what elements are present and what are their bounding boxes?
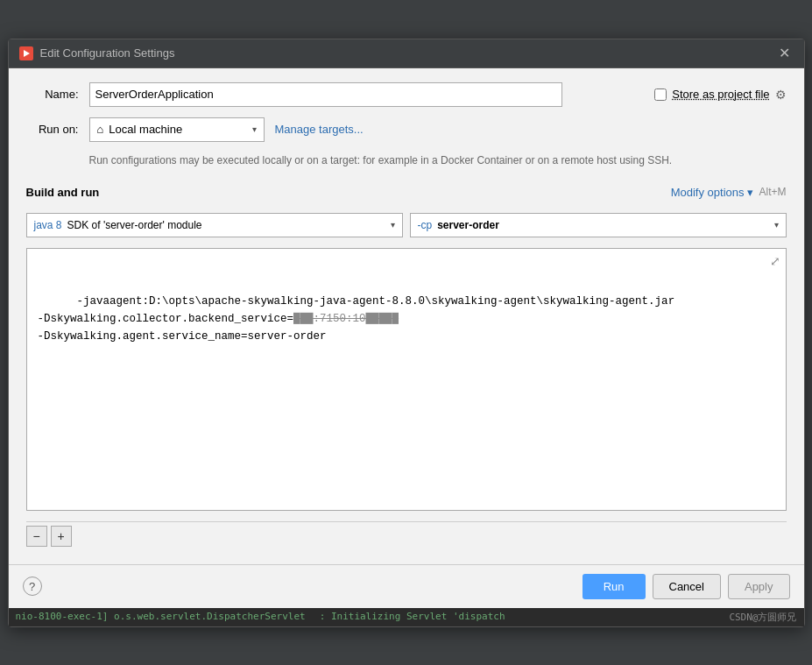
name-label: Name:: [26, 88, 79, 101]
cp-dropdown[interactable]: -cp server-order ▾: [410, 213, 787, 237]
sdk-dropdown-arrow: ▾: [391, 220, 395, 230]
run-button[interactable]: Run: [583, 574, 646, 599]
code-editor[interactable]: ⤢ -javaagent:D:\opts\apache-skywalking-j…: [26, 248, 787, 511]
title-bar: Edit Configuration Settings ✕: [9, 39, 804, 68]
info-text: Run configurations may be executed local…: [26, 152, 787, 168]
name-row: Name: Store as project file ⚙: [26, 82, 787, 107]
store-project-label: Store as project file: [672, 88, 769, 101]
cp-prefix: -cp: [418, 219, 433, 231]
run-on-dropdown[interactable]: ⌂ Local machine ▾: [89, 117, 265, 142]
section-header: Build and run Modify options ▾ Alt+M: [26, 179, 787, 202]
dialog-body: Name: Store as project file ⚙ Run on: ⌂ …: [9, 68, 804, 564]
watermark: CSDN@方圆师兄: [729, 611, 796, 624]
store-project-checkbox[interactable]: [654, 88, 667, 101]
run-on-dropdown-value: Local machine: [109, 123, 182, 136]
code-expand-button[interactable]: ⤢: [770, 252, 780, 272]
modify-options-area: Modify options ▾ Alt+M: [671, 186, 787, 199]
manage-targets-link[interactable]: Manage targets...: [275, 123, 364, 136]
run-on-row: Run on: ⌂ Local machine ▾ Manage targets…: [26, 117, 787, 142]
apply-button[interactable]: Apply: [728, 574, 790, 599]
sdk-prefix: java 8: [34, 219, 62, 231]
footer-buttons: Run Cancel Apply: [583, 574, 790, 599]
build-and-run-title: Build and run: [26, 186, 100, 199]
remove-button[interactable]: −: [26, 526, 47, 547]
cp-suffix: server-order: [437, 219, 499, 231]
toolbar-row: − +: [26, 521, 787, 550]
code-content: -javaagent:D:\opts\apache-skywalking-jav…: [38, 295, 675, 343]
modify-options-button[interactable]: Modify options ▾: [671, 186, 754, 199]
add-button[interactable]: +: [51, 526, 72, 547]
gear-icon[interactable]: ⚙: [775, 88, 787, 102]
run-on-label: Run on:: [26, 123, 79, 136]
shortcut-label: Alt+M: [759, 186, 786, 198]
edit-config-dialog: Edit Configuration Settings ✕ Name: Stor…: [8, 39, 805, 627]
cp-dropdown-arrow: ▾: [774, 220, 779, 230]
modify-options-arrow: ▾: [747, 186, 753, 199]
help-button[interactable]: ?: [23, 577, 42, 596]
cancel-button[interactable]: Cancel: [653, 574, 721, 599]
bottom-bar-right: : Initializing Servlet 'dispatch: [320, 611, 505, 624]
sdk-dropdown[interactable]: java 8 SDK of 'server-order' module ▾: [26, 213, 403, 237]
dialog-title: Edit Configuration Settings: [40, 46, 768, 60]
home-icon: ⌂: [97, 123, 104, 136]
close-button[interactable]: ✕: [775, 46, 794, 60]
bottom-bar-left: nio-8100-exec-1] o.s.web.servlet.Dispatc…: [16, 611, 306, 624]
dialog-icon: [19, 46, 33, 60]
bottom-bar: nio-8100-exec-1] o.s.web.servlet.Dispatc…: [9, 608, 804, 626]
run-on-dropdown-arrow: ▾: [252, 124, 257, 134]
dialog-footer: ? Run Cancel Apply: [9, 564, 804, 608]
name-input[interactable]: [89, 82, 562, 107]
sdk-cp-row: java 8 SDK of 'server-order' module ▾ -c…: [26, 213, 787, 237]
modify-options-label: Modify options: [671, 186, 745, 199]
store-project-row: Store as project file ⚙: [654, 88, 786, 102]
sdk-suffix: SDK of 'server-order' module: [67, 219, 202, 231]
